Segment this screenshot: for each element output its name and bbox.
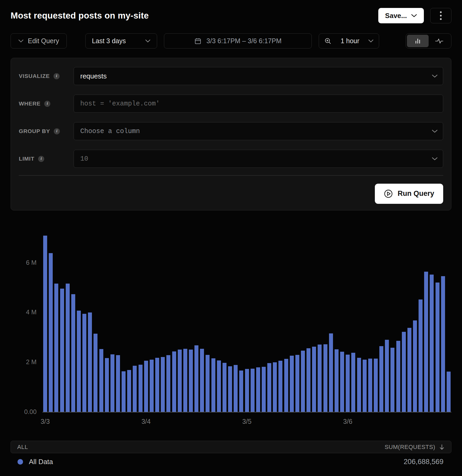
chart-bar[interactable] (390, 348, 394, 412)
chart-bar[interactable] (436, 283, 439, 412)
chart-bar[interactable] (441, 276, 445, 412)
chart-bar[interactable] (234, 365, 238, 412)
bar-chart-toggle-button[interactable] (407, 35, 429, 47)
chart-bar[interactable] (312, 347, 316, 412)
chart-bar[interactable] (396, 341, 400, 412)
time-range-select[interactable]: Last 3 days (85, 33, 157, 49)
chart-bar[interactable] (116, 355, 120, 412)
chart-bar[interactable] (430, 275, 434, 412)
chart-bar[interactable] (211, 358, 215, 412)
date-range-picker[interactable]: 3/3 6:17PM – 3/6 6:17PM (164, 33, 312, 49)
chart-bar[interactable] (245, 369, 249, 412)
chart-bar[interactable] (133, 366, 137, 412)
chart-bar[interactable] (413, 320, 417, 412)
info-icon[interactable]: i (44, 101, 50, 107)
info-icon[interactable]: i (38, 156, 44, 162)
chart-bar[interactable] (419, 299, 423, 412)
edit-query-toggle[interactable]: Edit Query (11, 33, 67, 49)
chart-bar[interactable] (301, 351, 305, 412)
chart-bar[interactable] (306, 348, 310, 412)
chart-bar[interactable] (49, 253, 53, 412)
save-button[interactable]: Save... (378, 8, 424, 23)
chart-bar[interactable] (43, 236, 47, 412)
line-chart-toggle-button[interactable] (429, 35, 450, 47)
x-axis-label: 3/5 (242, 418, 252, 425)
chart-bar[interactable] (200, 349, 204, 412)
chart-bar[interactable] (363, 360, 367, 412)
chart-bar[interactable] (71, 294, 75, 412)
chart-bar[interactable] (223, 363, 226, 412)
chart-bar[interactable] (183, 349, 187, 412)
edit-query-label: Edit Query (28, 37, 59, 45)
chart-bar[interactable] (139, 365, 143, 412)
chart-bar[interactable] (340, 352, 344, 412)
chart-bar[interactable] (189, 350, 193, 412)
chart-bar[interactable] (150, 360, 154, 412)
chart-bar[interactable] (278, 361, 282, 412)
chart-bar[interactable] (217, 360, 221, 412)
chart-bar[interactable] (99, 349, 103, 412)
chart-bar[interactable] (402, 332, 406, 412)
chart-bar[interactable] (110, 354, 114, 412)
chart-bar[interactable] (374, 359, 378, 412)
sum-column-header[interactable]: SUM(REQUESTS) (385, 444, 445, 451)
chart-bar[interactable] (273, 362, 277, 412)
chart-bar[interactable] (166, 355, 170, 412)
chart-bar[interactable] (251, 369, 255, 412)
chart-bar[interactable] (329, 333, 333, 412)
chart-bar[interactable] (290, 356, 294, 412)
chart-bar[interactable] (155, 358, 159, 412)
more-options-button[interactable] (430, 8, 451, 23)
chart-bar[interactable] (144, 361, 148, 412)
info-icon[interactable]: i (54, 73, 60, 79)
chart-bar[interactable] (335, 349, 339, 412)
chart-bar[interactable] (424, 272, 428, 412)
chart-bar[interactable] (357, 358, 361, 412)
sort-descending-icon (439, 444, 445, 450)
info-icon[interactable]: i (54, 128, 60, 134)
chart-bar[interactable] (318, 345, 322, 412)
chart-bar[interactable] (172, 351, 176, 412)
chart-bar[interactable] (228, 366, 232, 412)
chevron-down-icon (432, 157, 438, 161)
results-table-row[interactable]: All Data 206,688,569 (11, 454, 451, 469)
chart-bar[interactable] (77, 311, 81, 412)
visualize-select[interactable]: requests (74, 67, 443, 85)
where-input[interactable] (80, 95, 437, 112)
chart-bar[interactable] (256, 367, 260, 412)
chart-bar[interactable] (351, 353, 355, 412)
chart-bar[interactable] (295, 355, 299, 412)
chart-bar[interactable] (94, 334, 97, 412)
chart-bar[interactable] (122, 371, 126, 412)
series-legend-dot (17, 459, 23, 465)
y-axis-label: 6 M (26, 259, 37, 266)
chart-bar[interactable] (385, 340, 389, 412)
series-legend-label: All Data (29, 458, 53, 466)
chart-bar[interactable] (206, 355, 210, 412)
chart-bar[interactable] (82, 314, 86, 412)
chart-bar[interactable] (66, 284, 70, 412)
chart-bar[interactable] (407, 328, 411, 412)
chart-bar[interactable] (127, 370, 131, 412)
group-by-select[interactable]: Choose a column (74, 122, 443, 140)
chart-bar[interactable] (161, 357, 165, 412)
chart-bar[interactable] (54, 284, 58, 412)
chart-bar[interactable] (346, 355, 350, 412)
chart-bar[interactable] (262, 367, 266, 412)
chart-bar[interactable] (447, 372, 451, 412)
chart-bar[interactable] (105, 358, 109, 412)
chart-bar[interactable] (267, 363, 271, 412)
granularity-select[interactable]: 1 hour (319, 33, 379, 49)
chart-bar[interactable] (178, 350, 182, 412)
chart-bar[interactable] (323, 344, 327, 412)
chart-bar[interactable] (88, 312, 92, 412)
limit-input[interactable] (80, 150, 437, 168)
chart-bar[interactable] (284, 359, 288, 412)
chart-bar[interactable] (379, 346, 383, 412)
chart-bar[interactable] (239, 371, 243, 412)
run-query-button[interactable]: Run Query (375, 184, 443, 204)
chart-bar[interactable] (194, 345, 198, 412)
chart-bar[interactable] (60, 289, 64, 412)
x-axis-label: 3/4 (141, 418, 151, 425)
chart-bar[interactable] (368, 359, 372, 412)
